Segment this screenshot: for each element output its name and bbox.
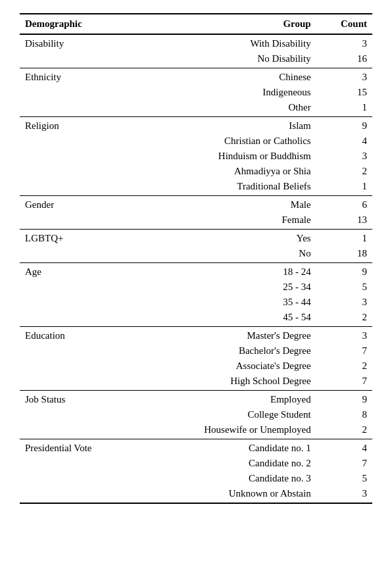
cell-group: No Disability — [137, 51, 316, 68]
table-row: Christian or Catholics4 — [20, 134, 372, 149]
cell-demographic — [20, 280, 137, 295]
table-row: Hinduism or Buddhism3 — [20, 149, 372, 164]
cell-count: 7 — [316, 456, 372, 471]
cell-group: Hinduism or Buddhism — [137, 149, 316, 164]
table-row: ReligionIslam9 — [20, 117, 372, 134]
cell-count: 3 — [316, 68, 372, 86]
table-row: EthnicityChinese3 — [20, 68, 372, 86]
table-header-row: Demographic Group Count — [20, 14, 372, 34]
cell-group: 25 - 34 — [137, 280, 316, 295]
cell-count: 6 — [316, 196, 372, 213]
table-row: LGBTQ+Yes1 — [20, 230, 372, 247]
table-row: DisabilityWith Disability3 — [20, 34, 372, 51]
cell-demographic — [20, 164, 137, 179]
cell-group: Candidate no. 1 — [137, 439, 316, 456]
table-row: 35 - 443 — [20, 295, 372, 310]
cell-demographic — [20, 407, 137, 422]
cell-demographic — [20, 456, 137, 471]
header-group: Group — [137, 14, 316, 34]
table-row: Housewife or Unemployed2 — [20, 422, 372, 439]
cell-count: 13 — [316, 212, 372, 230]
cell-demographic — [20, 486, 137, 503]
table-row: Traditional Beliefs1 — [20, 179, 372, 196]
cell-group: Master's Degree — [137, 327, 316, 344]
cell-group: Male — [137, 196, 316, 213]
cell-group: Christian or Catholics — [137, 134, 316, 149]
cell-count: 7 — [316, 343, 372, 358]
cell-group: Traditional Beliefs — [137, 179, 316, 196]
cell-group: Candidate no. 2 — [137, 456, 316, 471]
cell-demographic: Presidential Vote — [20, 439, 137, 456]
cell-demographic: Job Status — [20, 391, 137, 408]
cell-demographic — [20, 51, 137, 68]
cell-demographic — [20, 246, 137, 263]
cell-demographic — [20, 343, 137, 358]
cell-group: High School Degree — [137, 374, 316, 391]
cell-group: Yes — [137, 230, 316, 247]
cell-count: 2 — [316, 164, 372, 179]
table-row: Job StatusEmployed9 — [20, 391, 372, 408]
cell-group: 35 - 44 — [137, 295, 316, 310]
cell-group: No — [137, 246, 316, 263]
cell-count: 3 — [316, 327, 372, 344]
cell-count: 8 — [316, 407, 372, 422]
table-row: Associate's Degree2 — [20, 358, 372, 374]
cell-count: 18 — [316, 246, 372, 263]
table-row: Candidate no. 35 — [20, 471, 372, 486]
cell-demographic — [20, 374, 137, 391]
table-row: No18 — [20, 246, 372, 263]
cell-group: Bachelor's Degree — [137, 343, 316, 358]
cell-demographic — [20, 179, 137, 196]
cell-demographic — [20, 310, 137, 327]
cell-count: 1 — [316, 230, 372, 247]
table-row: Indigeneous15 — [20, 85, 372, 100]
cell-demographic — [20, 212, 137, 230]
cell-group: Indigeneous — [137, 85, 316, 100]
cell-count: 5 — [316, 471, 372, 486]
cell-group: Islam — [137, 117, 316, 134]
cell-demographic — [20, 295, 137, 310]
cell-group: With Disability — [137, 34, 316, 51]
cell-group: 45 - 54 — [137, 310, 316, 327]
cell-count: 1 — [316, 100, 372, 117]
cell-demographic: LGBTQ+ — [20, 230, 137, 247]
cell-group: Other — [137, 100, 316, 117]
cell-demographic: Age — [20, 263, 137, 280]
table-row: EducationMaster's Degree3 — [20, 327, 372, 344]
table-row: Ahmadiyya or Shia2 — [20, 164, 372, 179]
table-row: High School Degree7 — [20, 374, 372, 391]
table-row: Female13 — [20, 212, 372, 230]
table-row: Bachelor's Degree7 — [20, 343, 372, 358]
cell-count: 4 — [316, 439, 372, 456]
cell-count: 7 — [316, 374, 372, 391]
cell-group: Associate's Degree — [137, 358, 316, 374]
table-container: Demographic Group Count DisabilityWith D… — [20, 13, 372, 504]
cell-demographic — [20, 422, 137, 439]
cell-group: Ahmadiyya or Shia — [137, 164, 316, 179]
cell-demographic — [20, 358, 137, 374]
cell-demographic: Education — [20, 327, 137, 344]
cell-count: 2 — [316, 310, 372, 327]
cell-demographic — [20, 149, 137, 164]
table-row: 25 - 345 — [20, 280, 372, 295]
table-row: No Disability16 — [20, 51, 372, 68]
cell-group: Employed — [137, 391, 316, 408]
cell-group: 18 - 24 — [137, 263, 316, 280]
cell-count: 3 — [316, 486, 372, 503]
cell-demographic: Gender — [20, 196, 137, 213]
table-row: Other1 — [20, 100, 372, 117]
cell-group: College Student — [137, 407, 316, 422]
cell-count: 2 — [316, 422, 372, 439]
cell-count: 2 — [316, 358, 372, 374]
cell-demographic: Disability — [20, 34, 137, 51]
cell-count: 9 — [316, 263, 372, 280]
cell-count: 9 — [316, 391, 372, 408]
cell-group: Candidate no. 3 — [137, 471, 316, 486]
table-row: GenderMale6 — [20, 196, 372, 213]
cell-demographic — [20, 471, 137, 486]
table-row: Unknown or Abstain3 — [20, 486, 372, 503]
cell-group: Unknown or Abstain — [137, 486, 316, 503]
table-row: Age18 - 249 — [20, 263, 372, 280]
cell-count: 4 — [316, 134, 372, 149]
cell-count: 1 — [316, 179, 372, 196]
